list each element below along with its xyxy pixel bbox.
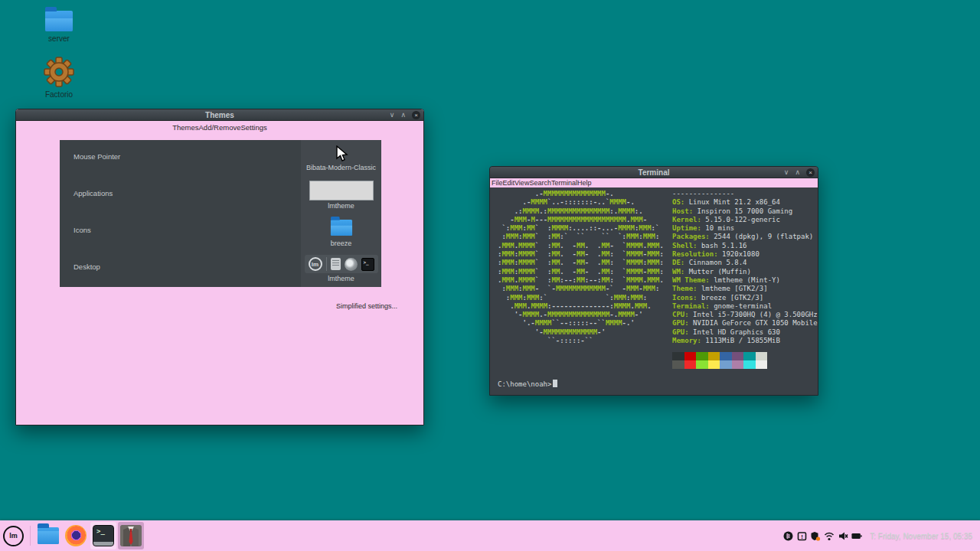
simplified-settings-link[interactable]: Simplified settings...: [336, 302, 397, 310]
files-icon: [331, 258, 341, 270]
palette-swatch: [708, 360, 720, 369]
terminal-icon: >_: [361, 258, 374, 271]
palette-swatch: [732, 352, 744, 360]
terminal-output[interactable]: .-MMMMMMMMMMMMMMM-. .-MMMM`..-:::::::-..…: [490, 187, 818, 395]
minimize-icon[interactable]: ∨: [390, 112, 395, 119]
palette-swatch: [684, 352, 697, 360]
palette-swatch: [756, 360, 768, 369]
mint-ascii-logo: .-MMMMMMMMMMMMMMM-. .-MMMM`..-:::::::-..…: [498, 190, 665, 345]
neofetch-output: .-MMMMMMMMMMMMMMM-. .-MMMM`..-:::::::-..…: [498, 190, 818, 345]
palette-swatch: [684, 360, 697, 369]
folder-icon: [38, 527, 59, 544]
mint-logo-icon: lm: [9, 532, 18, 540]
package-icon[interactable]: !: [796, 530, 807, 541]
firefox-icon: [65, 525, 87, 546]
mint-logo-icon: lm: [309, 257, 322, 271]
close-icon[interactable]: ×: [806, 168, 815, 177]
palette-swatch: [696, 360, 708, 369]
icons-theme-button[interactable]: breeze: [301, 214, 381, 250]
cursor-arrow-icon: [335, 145, 348, 162]
menu-search[interactable]: Search: [529, 179, 551, 187]
palette-swatch: [720, 352, 732, 360]
shield-icon[interactable]: [810, 530, 821, 541]
row-label: Mouse Pointer: [60, 140, 301, 177]
svg-text:!: !: [801, 533, 803, 540]
row-desktop: Desktop lm >_ lmtheme: [60, 250, 381, 287]
suit-icon: [120, 525, 142, 546]
clock[interactable]: T: Friday, November 15, 05:35: [870, 532, 972, 540]
palette-swatch: [708, 352, 720, 360]
palette-swatch: [732, 360, 744, 369]
row-label: Icons: [60, 214, 301, 250]
palette-swatch: [743, 352, 756, 360]
battery-icon[interactable]: [851, 530, 862, 541]
menu-help[interactable]: Help: [577, 179, 592, 187]
mint-menu-button[interactable]: lm: [3, 526, 24, 546]
desktop-icon-factorio[interactable]: Factorio: [31, 57, 87, 99]
menu-view[interactable]: View: [514, 179, 529, 187]
desktop-icon-server[interactable]: server: [31, 11, 87, 43]
row-icons: Icons breeze: [60, 214, 381, 250]
desktop-theme-button[interactable]: lm >_ lmtheme: [301, 250, 381, 287]
palette-swatch: [720, 360, 732, 369]
desktop-icon-label: server: [31, 34, 87, 43]
desktop: server Factorio The: [0, 0, 980, 551]
menu-file[interactable]: File: [492, 179, 503, 187]
menu-edit[interactable]: Edit: [503, 179, 515, 187]
text-cursor: [553, 380, 557, 387]
tab-settings[interactable]: Settings: [240, 123, 266, 132]
minimize-icon[interactable]: ∨: [784, 169, 789, 176]
palette-swatch: [672, 360, 684, 369]
volume-muted-icon[interactable]: [838, 530, 848, 541]
maximize-icon[interactable]: ∧: [400, 112, 406, 119]
themes-titlebar[interactable]: Themes ∨ ∧ ×: [16, 109, 423, 121]
window-title: Themes: [205, 111, 234, 119]
row-label: Desktop: [60, 250, 301, 287]
maximize-icon[interactable]: ∧: [795, 169, 800, 176]
taskbar: lm >_ !: [0, 520, 980, 551]
terminal-menubar: FileEditViewSearchTerminalHelp: [490, 178, 818, 187]
desktop-theme-icons: lm >_: [305, 255, 378, 273]
theme-value: breeze: [331, 240, 352, 247]
palette-swatch: [696, 352, 708, 360]
terminal-color-palette: [672, 352, 818, 369]
folder-icon: [45, 11, 73, 31]
system-tray: ! T: Friday, November 15, 05:35: [782, 530, 980, 541]
prompt-text: C:\home\noah>: [498, 380, 551, 388]
bluetooth-icon[interactable]: [782, 530, 793, 541]
terminal-window: Terminal ∨ ∧ × FileEditViewSearchTermina…: [489, 166, 818, 396]
palette-swatch: [743, 360, 756, 369]
shell-prompt: C:\home\noah>: [498, 380, 818, 389]
terminal-titlebar[interactable]: Terminal ∨ ∧ ×: [490, 167, 818, 178]
system-info: ---------------OS: Linux Mint 21.2 x86_6…: [672, 190, 818, 345]
gear-icon: [44, 57, 74, 87]
window-title: Terminal: [639, 168, 670, 177]
tab-themes[interactable]: Themes: [172, 123, 198, 132]
wifi-icon[interactable]: [824, 530, 835, 541]
terminal-window-button[interactable]: >_: [90, 522, 116, 549]
themes-tab-bar: ThemesAdd/RemoveSettings: [16, 121, 423, 133]
menu-terminal[interactable]: Terminal: [551, 179, 577, 187]
divider: [326, 257, 327, 271]
desktop-icon-label: Factorio: [31, 90, 87, 99]
row-mouse-pointer: Mouse Pointer Bibata-Modern-Classic: [60, 140, 381, 177]
theme-value: Bibata-Modern-Classic: [306, 164, 376, 171]
mouse-pointer-theme-button[interactable]: Bibata-Modern-Classic: [301, 140, 381, 177]
blue-folder-icon: [330, 219, 351, 235]
row-applications: Applications lmtheme: [60, 177, 381, 214]
theme-value: lmtheme: [328, 202, 354, 210]
themes-settings-panel: Mouse Pointer Bibata-Modern-Classic Appl…: [60, 140, 381, 287]
file-manager-launcher[interactable]: [35, 522, 61, 549]
close-icon[interactable]: ×: [412, 111, 420, 119]
suit-app-window-button[interactable]: [118, 522, 144, 549]
firefox-launcher[interactable]: [63, 522, 89, 549]
taskbar-divider: [30, 526, 31, 546]
browser-icon: [345, 258, 358, 271]
tab-add-remove[interactable]: Add/Remove: [199, 123, 241, 132]
themes-window: Themes ∨ ∧ × ThemesAdd/RemoveSettings Mo…: [15, 109, 424, 425]
row-label: Applications: [60, 177, 301, 214]
palette-swatch: [756, 352, 768, 360]
theme-value: lmtheme: [328, 275, 354, 282]
applications-theme-button[interactable]: lmtheme: [301, 177, 381, 214]
palette-swatch: [672, 352, 684, 360]
